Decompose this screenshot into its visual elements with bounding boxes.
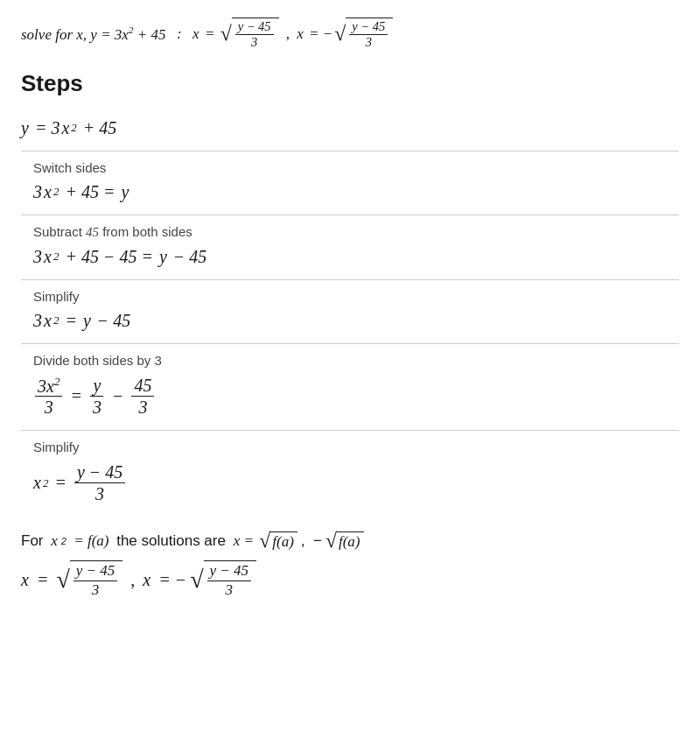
initial-equation: y = 3x2 + 45	[21, 109, 679, 151]
steps-title: Steps	[21, 70, 679, 97]
step1-equation: 3x2 + 45 = y	[33, 182, 679, 202]
for-solutions-block: For x2 = f(a) the solutions are x = √ f(…	[21, 517, 679, 608]
step-subtract-45: Subtract 45 from both sides 3x2 + 45 − 4…	[21, 215, 679, 279]
step-divide-by-3: Divide both sides by 3 3x2 3 = y 3 − 45 …	[21, 343, 679, 431]
step-simplify-1: Simplify 3x2 = y − 45	[21, 279, 679, 343]
step-switch-sides: Switch sides 3x2 + 45 = y	[21, 151, 679, 215]
solve-label: solve for x, y = 3x2 + 45	[21, 25, 165, 44]
result2: x = − √ y − 45 3	[297, 18, 393, 51]
step2-label: Subtract 45 from both sides	[33, 224, 679, 240]
step4-label: Divide both sides by 3	[33, 353, 679, 368]
final-result: x = √ y − 45 3 , x = − √ y − 45 3	[21, 560, 679, 599]
step3-equation: 3x2 = y − 45	[33, 311, 679, 331]
step-simplify-2: Simplify x2 = y − 45 3	[21, 430, 679, 517]
step1-label: Switch sides	[33, 160, 679, 175]
step4-equation: 3x2 3 = y 3 − 45 3	[33, 375, 679, 419]
for-solutions-text: For x2 = f(a) the solutions are x = √ f(…	[21, 531, 679, 552]
comma-separator: ,	[283, 25, 294, 43]
step2-equation: 3x2 + 45 − 45 = y − 45	[33, 247, 679, 267]
header-equation: solve for x, y = 3x2 + 45 : x = √ y − 45…	[21, 18, 679, 51]
step5-label: Simplify	[33, 440, 679, 454]
step5-equation: x2 = y − 45 3	[33, 461, 679, 504]
result1: x = √ y − 45 3	[192, 18, 278, 51]
step3-label: Simplify	[33, 289, 679, 304]
colon-separator: :	[169, 25, 189, 43]
